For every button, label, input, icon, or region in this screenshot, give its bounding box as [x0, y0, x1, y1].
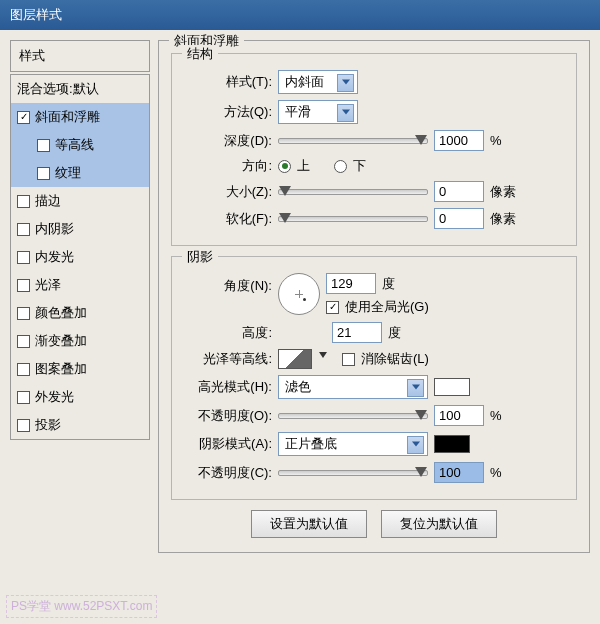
structure-group: 结构 样式(T): 内斜面 方法(Q): 平滑 深度(D): % 方向:	[171, 53, 577, 246]
style-item-label: 颜色叠加	[35, 304, 87, 322]
style-item[interactable]: 投影	[11, 411, 149, 439]
style-item[interactable]: 内发光	[11, 243, 149, 271]
style-item-label: 图案叠加	[35, 360, 87, 378]
shadow-mode-select[interactable]: 正片叠底	[278, 432, 428, 456]
slider-thumb[interactable]	[279, 213, 291, 223]
style-checkbox[interactable]	[17, 363, 30, 376]
style-item-label: 渐变叠加	[35, 332, 87, 350]
chevron-down-icon	[342, 110, 350, 115]
style-item-label: 等高线	[55, 136, 94, 154]
direction-up-label: 上	[297, 157, 310, 175]
shading-group: 阴影 角度(N): 度 使用全局光(G)	[171, 256, 577, 500]
style-checkbox[interactable]	[17, 279, 30, 292]
highlight-opacity-slider[interactable]	[278, 413, 428, 419]
depth-input[interactable]	[434, 130, 484, 151]
style-item-label: 斜面和浮雕	[35, 108, 100, 126]
style-item-label: 内发光	[35, 248, 74, 266]
direction-down-label: 下	[353, 157, 366, 175]
style-item-label: 内阴影	[35, 220, 74, 238]
altitude-label: 高度:	[182, 324, 272, 342]
style-list: 混合选项:默认 斜面和浮雕等高线纹理描边内阴影内发光光泽颜色叠加渐变叠加图案叠加…	[10, 74, 150, 440]
antialias-checkbox[interactable]	[342, 353, 355, 366]
shadow-opacity-slider[interactable]	[278, 470, 428, 476]
style-item-label: 描边	[35, 192, 61, 210]
right-panel: 斜面和浮雕 结构 样式(T): 内斜面 方法(Q): 平滑 深度(D): %	[158, 40, 590, 563]
slider-thumb[interactable]	[279, 186, 291, 196]
angle-dial[interactable]	[278, 273, 320, 315]
style-label: 样式(T):	[182, 73, 272, 91]
angle-label: 角度(N):	[182, 273, 272, 295]
global-light-label: 使用全局光(G)	[345, 298, 429, 316]
left-panel: 样式 混合选项:默认 斜面和浮雕等高线纹理描边内阴影内发光光泽颜色叠加渐变叠加图…	[10, 40, 150, 563]
style-item-label: 投影	[35, 416, 61, 434]
antialias-label: 消除锯齿(L)	[361, 350, 429, 368]
shadow-opacity-input[interactable]	[434, 462, 484, 483]
style-item[interactable]: 描边	[11, 187, 149, 215]
direction-up-radio[interactable]	[278, 160, 291, 173]
shadow-mode-label: 阴影模式(A):	[182, 435, 272, 453]
style-item[interactable]: 外发光	[11, 383, 149, 411]
shading-legend: 阴影	[182, 248, 218, 266]
style-checkbox[interactable]	[17, 335, 30, 348]
blend-options[interactable]: 混合选项:默认	[11, 75, 149, 103]
chevron-down-icon	[342, 80, 350, 85]
technique-select[interactable]: 平滑	[278, 100, 358, 124]
style-item[interactable]: 图案叠加	[11, 355, 149, 383]
shadow-opacity-unit: %	[490, 465, 525, 480]
size-input[interactable]	[434, 181, 484, 202]
highlight-mode-label: 高光模式(H):	[182, 378, 272, 396]
direction-down-radio[interactable]	[334, 160, 347, 173]
depth-unit: %	[490, 133, 525, 148]
depth-slider[interactable]	[278, 138, 428, 144]
style-checkbox[interactable]	[17, 195, 30, 208]
style-checkbox[interactable]	[17, 111, 30, 124]
angle-unit: 度	[382, 275, 395, 293]
button-row: 设置为默认值 复位为默认值	[171, 510, 577, 538]
highlight-opacity-input[interactable]	[434, 405, 484, 426]
highlight-opacity-label: 不透明度(O):	[182, 407, 272, 425]
style-checkbox[interactable]	[17, 251, 30, 264]
reset-default-button[interactable]: 复位为默认值	[381, 510, 497, 538]
style-item[interactable]: 颜色叠加	[11, 299, 149, 327]
dialog-body: 样式 混合选项:默认 斜面和浮雕等高线纹理描边内阴影内发光光泽颜色叠加渐变叠加图…	[0, 30, 600, 573]
slider-thumb[interactable]	[415, 135, 427, 145]
slider-thumb[interactable]	[415, 410, 427, 420]
highlight-mode-select[interactable]: 滤色	[278, 375, 428, 399]
size-label: 大小(Z):	[182, 183, 272, 201]
style-item[interactable]: 斜面和浮雕	[11, 103, 149, 131]
style-item-label: 光泽	[35, 276, 61, 294]
style-item[interactable]: 光泽	[11, 271, 149, 299]
style-checkbox[interactable]	[37, 167, 50, 180]
style-checkbox[interactable]	[17, 419, 30, 432]
soften-slider[interactable]	[278, 216, 428, 222]
gloss-contour[interactable]	[278, 349, 312, 369]
style-checkbox[interactable]	[17, 391, 30, 404]
size-unit: 像素	[490, 183, 525, 201]
style-item[interactable]: 内阴影	[11, 215, 149, 243]
soften-unit: 像素	[490, 210, 525, 228]
highlight-color-swatch[interactable]	[434, 378, 470, 396]
style-checkbox[interactable]	[17, 307, 30, 320]
altitude-input[interactable]	[332, 322, 382, 343]
angle-input[interactable]	[326, 273, 376, 294]
global-light-checkbox[interactable]	[326, 301, 339, 314]
style-checkbox[interactable]	[37, 139, 50, 152]
style-item[interactable]: 等高线	[11, 131, 149, 159]
style-item[interactable]: 渐变叠加	[11, 327, 149, 355]
window-title: 图层样式	[10, 7, 62, 22]
make-default-button[interactable]: 设置为默认值	[251, 510, 367, 538]
highlight-opacity-unit: %	[490, 408, 525, 423]
soften-input[interactable]	[434, 208, 484, 229]
style-item[interactable]: 纹理	[11, 159, 149, 187]
style-select[interactable]: 内斜面	[278, 70, 358, 94]
bevel-fieldset: 斜面和浮雕 结构 样式(T): 内斜面 方法(Q): 平滑 深度(D): %	[158, 40, 590, 553]
styles-header: 样式	[10, 40, 150, 72]
gloss-label: 光泽等高线:	[182, 350, 272, 368]
technique-label: 方法(Q):	[182, 103, 272, 121]
style-checkbox[interactable]	[17, 223, 30, 236]
structure-legend: 结构	[182, 45, 218, 63]
shadow-color-swatch[interactable]	[434, 435, 470, 453]
depth-label: 深度(D):	[182, 132, 272, 150]
slider-thumb[interactable]	[415, 467, 427, 477]
size-slider[interactable]	[278, 189, 428, 195]
